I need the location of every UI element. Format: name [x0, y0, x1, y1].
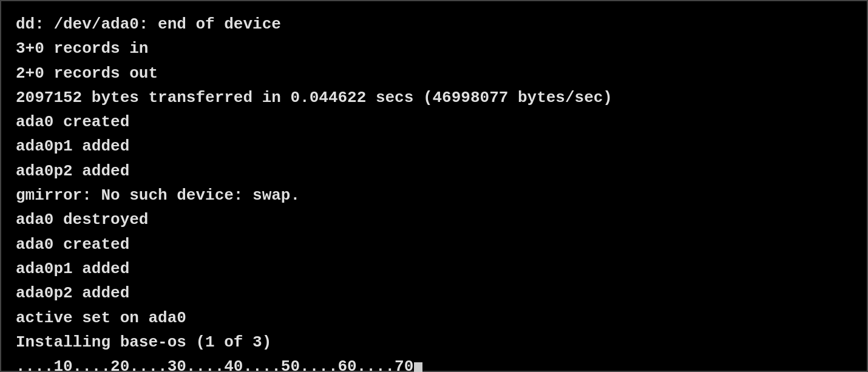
terminal-line: active set on ada0 — [16, 306, 852, 330]
terminal-cursor — [414, 362, 422, 372]
terminal-line: ada0p2 added — [16, 281, 852, 305]
terminal-line: dd: /dev/ada0: end of device — [16, 12, 852, 36]
terminal-line: 2+0 records out — [16, 61, 852, 86]
terminal-line: ada0p1 added — [16, 134, 852, 158]
terminal-line: ada0p2 added — [16, 159, 852, 183]
terminal-line: gmirror: No such device: swap. — [16, 183, 852, 208]
terminal-line: ada0 created — [16, 232, 852, 257]
terminal-line: ....10....20....30....40....50....60....… — [16, 354, 852, 372]
terminal-line: 3+0 records in — [16, 36, 852, 61]
terminal-line: Installing base-os (1 of 3) — [16, 330, 852, 354]
terminal-line: ada0 created — [16, 110, 852, 134]
terminal-window: dd: /dev/ada0: end of device3+0 records … — [0, 0, 868, 372]
terminal-line: ada0p1 added — [16, 257, 852, 281]
terminal-line: 2097152 bytes transferred in 0.044622 se… — [16, 86, 852, 110]
terminal-line: ada0 destroyed — [16, 208, 852, 232]
